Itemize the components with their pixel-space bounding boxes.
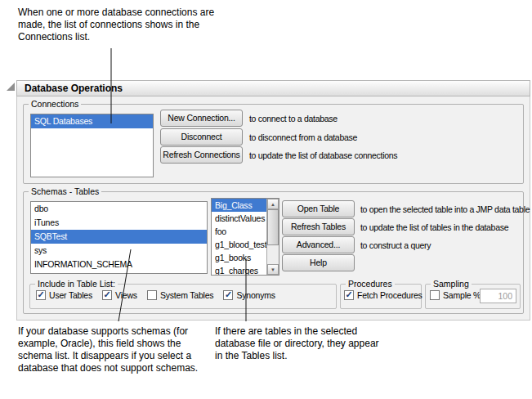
checkbox-box: ✓ bbox=[36, 290, 46, 300]
checkbox-views[interactable]: ✓ Views bbox=[102, 290, 137, 300]
schema-list-item[interactable]: sys bbox=[31, 244, 207, 258]
refresh-connections-desc: to update the list of database connectio… bbox=[249, 150, 397, 160]
schema-list-item[interactable]: dbo bbox=[31, 202, 207, 216]
refresh-tables-desc: to update the list of tables in the data… bbox=[360, 222, 508, 232]
advanced-desc: to construct a query bbox=[360, 240, 431, 250]
refresh-tables-button[interactable]: Refresh Tables bbox=[282, 218, 355, 235]
help-button[interactable]: Help bbox=[282, 254, 355, 271]
checkbox-user-tables[interactable]: ✓ User Tables bbox=[36, 290, 92, 300]
panel-header[interactable]: Database Operations bbox=[16, 80, 530, 96]
checkbox-box: ✓ bbox=[147, 290, 157, 300]
refresh-connections-button[interactable]: Refresh Connections bbox=[160, 146, 243, 164]
disclosure-triangle-icon[interactable] bbox=[7, 83, 15, 91]
checkbox-box: ✓ bbox=[430, 290, 440, 300]
sampling-checkbox-row: ✓ Sample % bbox=[430, 290, 481, 300]
checkbox-box: ✓ bbox=[102, 290, 112, 300]
checkbox-box: ✓ bbox=[223, 290, 233, 300]
tables-list-item[interactable]: g1_charges bbox=[212, 264, 266, 276]
checkbox-sample-percent[interactable]: ✓ Sample % bbox=[430, 290, 481, 300]
tables-list-item[interactable]: foo bbox=[212, 225, 266, 238]
tables-list-item[interactable]: distinctValues bbox=[212, 212, 266, 225]
connections-group-label: Connections bbox=[29, 99, 81, 109]
sample-percent-input[interactable] bbox=[480, 289, 516, 303]
open-table-button[interactable]: Open Table bbox=[282, 200, 355, 217]
procedures-checkbox-row: ✓ Fetch Procedures bbox=[344, 290, 422, 300]
checkbox-fetch-procedures[interactable]: ✓ Fetch Procedures bbox=[344, 290, 422, 300]
tables-list-item[interactable]: g1_blood_test bbox=[212, 238, 266, 251]
connections-list[interactable]: SQL Databases bbox=[30, 114, 154, 177]
tables-list-item[interactable]: Big_Class bbox=[212, 199, 266, 212]
checkbox-label: Synonyms bbox=[236, 290, 275, 300]
scrollbar-thumb[interactable] bbox=[267, 209, 279, 245]
checkbox-label: Sample % bbox=[443, 290, 481, 300]
checkbox-label: Views bbox=[115, 290, 137, 300]
open-table-desc: to open the selected table into a JMP da… bbox=[360, 204, 530, 214]
tables-list[interactable]: Big_Class distinctValues foo g1_blood_te… bbox=[211, 198, 279, 276]
disconnect-desc: to disconnect from a database bbox=[249, 132, 357, 142]
page: When one or more database connections ar… bbox=[0, 0, 532, 399]
annotation-top: When one or more database connections ar… bbox=[18, 7, 219, 43]
procedures-group-label: Procedures bbox=[346, 279, 395, 289]
annotation-bottom-left: If your database supports schemas (for e… bbox=[18, 325, 204, 374]
schema-list-item[interactable]: INFORMATION_SCHEMA bbox=[31, 258, 207, 271]
advanced-button[interactable]: Advanced... bbox=[282, 236, 355, 253]
checkbox-box: ✓ bbox=[344, 290, 354, 300]
include-group-label: Include in Table List: bbox=[35, 279, 118, 289]
connections-list-item[interactable]: SQL Databases bbox=[31, 114, 153, 128]
checkbox-system-tables[interactable]: ✓ System Tables bbox=[147, 290, 214, 300]
schemas-tables-group-label: Schemas - Tables bbox=[29, 186, 101, 196]
scroll-up-icon[interactable]: ▲ bbox=[267, 199, 279, 209]
disconnect-button[interactable]: Disconnect bbox=[160, 128, 243, 146]
sampling-group-label: Sampling bbox=[431, 279, 472, 289]
scroll-down-icon[interactable]: ▼ bbox=[267, 264, 279, 275]
schema-list[interactable]: dbo iTunes SQBTest sys INFORMATION_SCHEM… bbox=[30, 201, 208, 274]
checkbox-label: User Tables bbox=[49, 290, 92, 300]
schema-list-item[interactable]: iTunes bbox=[31, 216, 207, 230]
new-connection-button[interactable]: New Connection... bbox=[160, 110, 243, 127]
checkbox-label: Fetch Procedures bbox=[357, 290, 422, 300]
new-connection-desc: to connect to a database bbox=[249, 114, 338, 123]
checkbox-synonyms[interactable]: ✓ Synonyms bbox=[223, 290, 275, 300]
include-checkbox-row: ✓ User Tables ✓ Views ✓ System Tables ✓ … bbox=[36, 290, 275, 300]
tables-scrollbar[interactable]: ▲ ▼ bbox=[266, 199, 279, 275]
tables-list-item[interactable]: g1_books bbox=[212, 251, 266, 264]
schema-list-item[interactable]: SQBTest bbox=[31, 230, 207, 244]
checkbox-label: System Tables bbox=[160, 290, 214, 300]
panel-title: Database Operations bbox=[25, 83, 123, 94]
annotation-bottom-right: If there are tables in the selected data… bbox=[215, 325, 383, 362]
